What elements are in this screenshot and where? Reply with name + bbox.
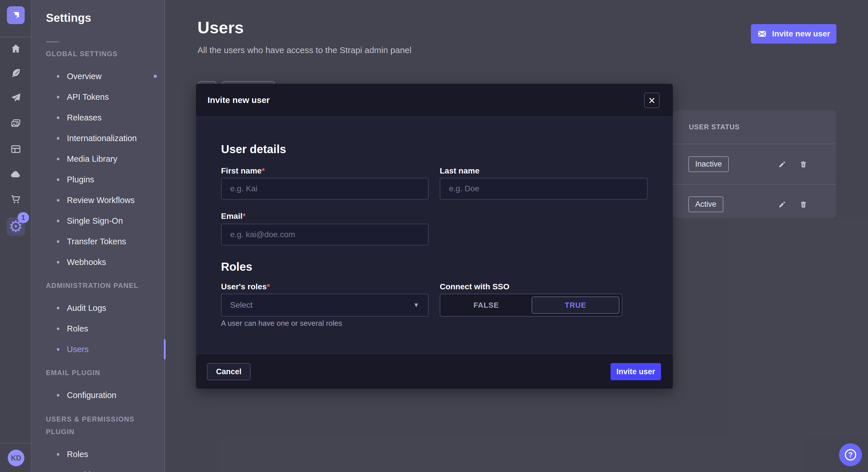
first-name-label: First name* (221, 166, 265, 175)
modal-title: Invite new user (208, 84, 270, 116)
sso-toggle-true-selected[interactable]: TRUE (532, 297, 619, 314)
select-placeholder: Select (230, 301, 253, 310)
users-roles-label: User's roles* (221, 282, 270, 291)
roles-heading: Roles (221, 260, 252, 273)
user-details-heading: User details (221, 143, 286, 156)
cancel-button[interactable]: Cancel (207, 363, 251, 380)
close-button[interactable] (644, 93, 660, 108)
users-roles-select[interactable]: Select (221, 294, 429, 316)
invite-new-user-modal: Invite new user User details First name*… (196, 84, 673, 389)
sso-toggle-false[interactable]: FALSE (440, 294, 532, 316)
email-label: Email* (221, 212, 246, 221)
invite-user-submit-button[interactable]: Invite user (611, 363, 661, 380)
first-name-input[interactable] (221, 178, 429, 200)
close-icon (648, 95, 655, 106)
modal-header: Invite new user (196, 84, 673, 117)
last-name-label: Last name (440, 166, 479, 175)
required-asterisk: * (243, 212, 246, 221)
chevron-down-icon (413, 301, 420, 309)
required-asterisk: * (262, 166, 265, 175)
last-name-input[interactable] (440, 178, 648, 200)
sso-toggle: FALSE TRUE (440, 294, 622, 316)
required-asterisk: * (267, 282, 270, 291)
email-input[interactable] (221, 224, 429, 245)
roles-hint: A user can have one or several roles (221, 319, 342, 328)
modal-footer: Cancel Invite user (196, 353, 673, 389)
strapi-settings-users-screen: 1 KD Settings GLOBAL SETTINGS Overview A… (0, 0, 868, 472)
connect-with-sso-label: Connect with SSO (440, 282, 509, 291)
